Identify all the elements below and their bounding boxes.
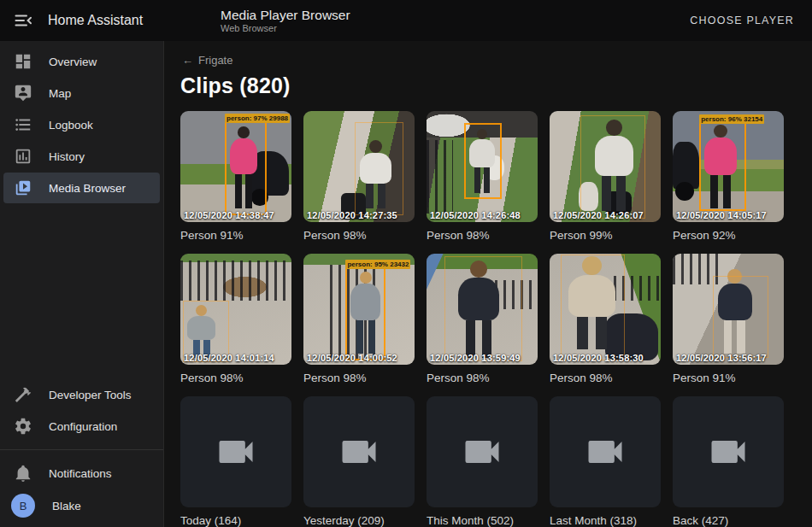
sidebar-nav: OverviewMapLogbookHistoryMedia Browser	[0, 45, 163, 204]
object-graphic	[675, 182, 694, 201]
avatar: B	[11, 494, 35, 518]
clip-thumbnail: person: 97% 2998812/05/2020 14:38:47	[180, 111, 291, 222]
folder-label: Back (427)	[673, 514, 784, 527]
clip-label: Person 92%	[673, 229, 784, 243]
sidebar-item-label: Logbook	[49, 119, 93, 132]
clip-card[interactable]: 12/05/2020 14:01:14Person 98%	[180, 254, 291, 385]
clip-thumbnail: person: 96% 3215412/05/2020 14:05:17	[673, 111, 784, 222]
clip-timestamp: 12/05/2020 14:26:07	[553, 210, 644, 220]
detection-bounding-box	[561, 255, 625, 360]
fence-graphic	[180, 261, 291, 301]
media-browser-content: ← Frigate Clips (820) person: 97% 299881…	[164, 41, 812, 527]
folder-thumbnail	[673, 396, 784, 507]
detection-bounding-box: person: 96% 32154	[699, 122, 746, 211]
detection-bounding-box: person: 95% 23432	[345, 267, 385, 360]
clip-timestamp: 12/05/2020 14:01:14	[184, 353, 274, 363]
media-browser-icon	[14, 179, 32, 197]
folder-label: Last Month (318)	[550, 514, 661, 527]
sidebar-item-label: Notifications	[49, 467, 112, 480]
sidebar: OverviewMapLogbookHistoryMedia Browser D…	[0, 41, 164, 527]
sidebar-item-logbook[interactable]: Logbook	[3, 109, 160, 140]
clip-timestamp: 12/05/2020 14:38:47	[184, 210, 274, 220]
clip-timestamp: 12/05/2020 13:58:30	[553, 353, 644, 363]
detection-bounding-box	[713, 276, 768, 358]
clip-thumbnail: 12/05/2020 13:59:49	[427, 254, 538, 365]
clip-card[interactable]: 12/05/2020 13:58:30Person 98%	[550, 254, 661, 385]
video-camera-icon	[337, 430, 381, 474]
clip-thumbnail: 12/05/2020 14:26:48	[427, 111, 538, 222]
folder-card-today-164-[interactable]: Today (164)	[180, 396, 291, 527]
clip-card[interactable]: 12/05/2020 14:27:35Person 98%	[303, 111, 415, 243]
video-camera-icon	[706, 430, 750, 474]
clip-card[interactable]: 12/05/2020 13:59:49Person 98%	[427, 254, 538, 385]
clip-card[interactable]: person: 96% 3215412/05/2020 14:05:17Pers…	[673, 111, 784, 243]
clip-label: Person 98%	[303, 372, 415, 385]
sidebar-item-label: Map	[49, 87, 71, 100]
folder-card-yesterday-209-[interactable]: Yesterday (209)	[303, 396, 415, 527]
app-title: Home Assistant	[48, 13, 143, 28]
clip-timestamp: 12/05/2020 14:00:52	[307, 353, 397, 363]
clip-card[interactable]: 12/05/2020 14:26:07Person 99%	[550, 111, 661, 243]
choose-player-button[interactable]: CHOOSE PLAYER	[685, 14, 799, 27]
detection-label: person: 95% 23432	[345, 260, 410, 269]
folder-label: This Month (502)	[427, 514, 538, 527]
sidebar-item-user[interactable]: B Blake	[3, 490, 160, 521]
clip-label: Person 91%	[673, 372, 784, 385]
sidebar-header: Home Assistant	[0, 0, 164, 41]
top-app-bar: Home Assistant Media Player Browser Web …	[0, 0, 812, 41]
video-camera-icon	[583, 430, 627, 474]
sidebar-item-configuration[interactable]: Configuration	[3, 411, 160, 442]
sidebar-item-overview[interactable]: Overview	[3, 46, 160, 77]
detection-label: person: 97% 29988	[225, 114, 290, 123]
sidebar-item-notifications[interactable]: Notifications	[3, 458, 160, 489]
detection-bounding-box	[580, 115, 644, 219]
clip-label: Person 91%	[180, 229, 291, 243]
history-icon	[14, 147, 32, 166]
sidebar-divider	[0, 449, 163, 450]
folder-card-back-427-[interactable]: Back (427)	[673, 396, 784, 527]
sidebar-secondary: Developer ToolsConfiguration	[0, 378, 163, 442]
user-name: Blake	[52, 500, 81, 512]
sidebar-toggle-icon[interactable]	[13, 10, 33, 31]
clip-label: Person 98%	[180, 372, 291, 385]
folder-thumbnail	[303, 396, 415, 507]
clip-label: Person 98%	[427, 229, 538, 243]
sidebar-item-map[interactable]: Map	[3, 78, 160, 108]
fence-graphic	[427, 140, 453, 214]
sidebar-item-media-browser[interactable]: Media Browser	[3, 173, 160, 203]
page-title: Clips (820)	[180, 73, 812, 98]
clip-label: Person 98%	[550, 372, 661, 385]
clip-timestamp: 12/05/2020 14:26:48	[430, 210, 521, 220]
gear-icon	[14, 417, 32, 436]
sidebar-item-label: History	[49, 150, 85, 163]
clip-timestamp: 12/05/2020 14:27:35	[307, 210, 397, 220]
page-header-subtitle: Web Browser	[221, 23, 685, 34]
clip-thumbnail: 12/05/2020 14:27:35	[303, 111, 415, 222]
clip-card[interactable]: 12/05/2020 14:26:48Person 98%	[427, 111, 538, 243]
clip-thumbnail: 12/05/2020 13:58:30	[550, 254, 661, 365]
detection-bounding-box: person: 97% 29988	[225, 121, 267, 216]
clip-thumbnail: 12/05/2020 14:26:07	[550, 111, 661, 222]
sidebar-item-label: Developer Tools	[49, 389, 132, 401]
logbook-icon	[14, 115, 32, 134]
detection-bounding-box	[444, 256, 522, 362]
page-header-title: Media Player Browser	[221, 7, 685, 23]
clip-card[interactable]: person: 97% 2998812/05/2020 14:38:47Pers…	[180, 111, 291, 243]
back-arrow-icon: ←	[182, 54, 193, 67]
folder-card-this-month-502-[interactable]: This Month (502)	[427, 396, 538, 527]
breadcrumb[interactable]: ← Frigate	[182, 54, 812, 67]
sidebar-spacer	[0, 204, 163, 378]
video-camera-icon	[214, 430, 258, 474]
page-header: Media Player Browser Web Browser	[164, 0, 685, 41]
clip-card[interactable]: person: 95% 2343212/05/2020 14:00:52Pers…	[303, 254, 415, 385]
sidebar-item-label: Media Browser	[49, 182, 126, 195]
folder-label: Today (164)	[180, 514, 291, 527]
sidebar-item-label: Overview	[49, 56, 97, 68]
clip-card[interactable]: 12/05/2020 13:56:17Person 91%	[673, 254, 784, 385]
folder-card-last-month-318-[interactable]: Last Month (318)	[550, 396, 661, 527]
dashboard-icon	[14, 52, 32, 71]
clip-timestamp: 12/05/2020 13:56:17	[676, 353, 767, 363]
sidebar-item-history[interactable]: History	[3, 141, 160, 172]
sidebar-item-developer-tools[interactable]: Developer Tools	[3, 379, 160, 410]
clip-label: Person 99%	[550, 229, 661, 243]
